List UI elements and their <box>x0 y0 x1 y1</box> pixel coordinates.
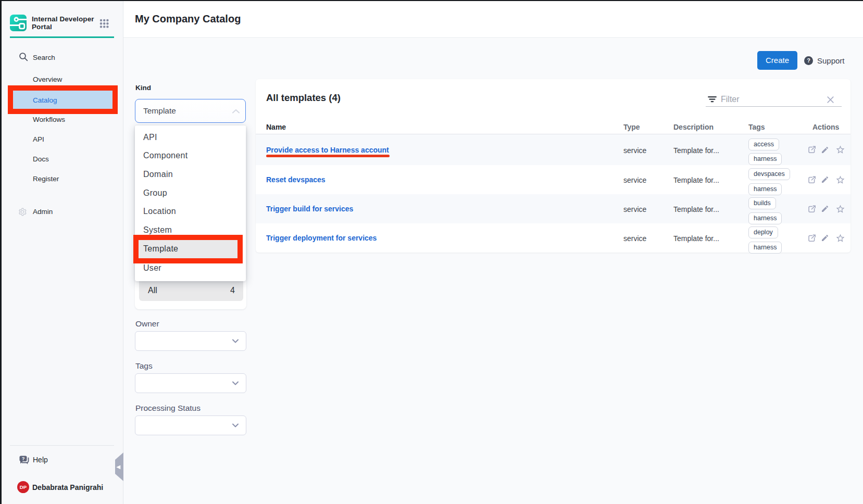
svg-text:?: ? <box>22 456 25 461</box>
